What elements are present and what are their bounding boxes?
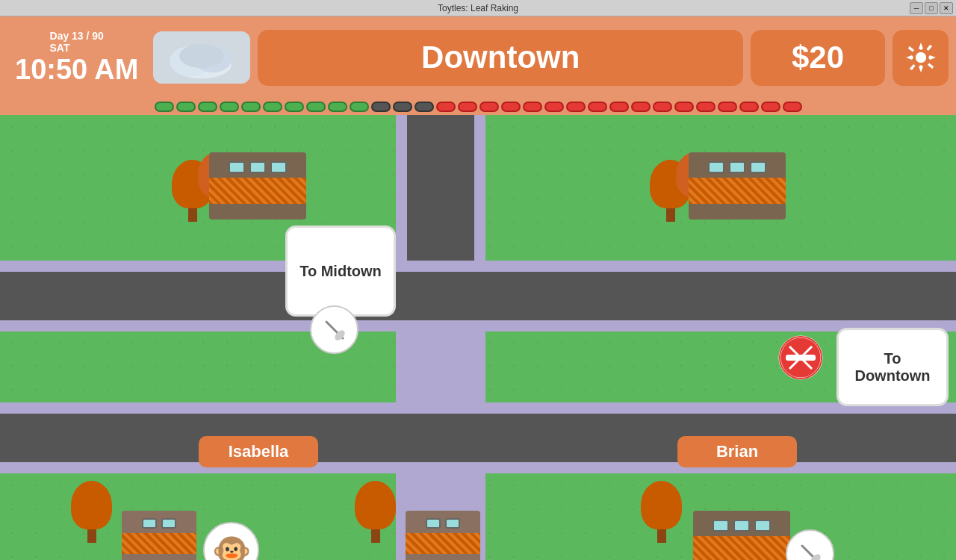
house-window bbox=[754, 520, 771, 532]
gear-icon bbox=[904, 41, 937, 74]
settings-button[interactable] bbox=[893, 30, 949, 86]
progress-pill bbox=[783, 102, 802, 112]
name-label-brian[interactable]: Brian bbox=[677, 436, 797, 467]
road-horizontal-bottom bbox=[0, 414, 956, 462]
progress-pill bbox=[631, 102, 651, 112]
progress-pill bbox=[479, 102, 499, 112]
house-window bbox=[142, 518, 157, 529]
house-mrs-smith bbox=[693, 511, 790, 560]
day-of-week: SAT bbox=[50, 42, 70, 54]
game-world: To Midtown To Downtown bbox=[0, 115, 956, 560]
close-button[interactable]: ✕ bbox=[940, 2, 953, 14]
progress-pill bbox=[436, 102, 456, 112]
progress-pill bbox=[155, 102, 174, 112]
progress-pill bbox=[285, 102, 304, 112]
progress-pill bbox=[241, 102, 261, 112]
house-window bbox=[426, 518, 441, 529]
house-window bbox=[729, 161, 745, 173]
house-marsha bbox=[406, 511, 480, 560]
road-horizontal-main bbox=[0, 272, 956, 320]
progress-strip bbox=[0, 99, 956, 115]
progress-pill bbox=[588, 102, 607, 112]
house-window bbox=[229, 161, 245, 173]
to-midtown-text: To Midtown bbox=[299, 263, 382, 280]
progress-pill bbox=[393, 102, 412, 112]
day-time-box: Day 13 / 90 SAT 10:50 AM bbox=[7, 25, 146, 90]
house-window bbox=[445, 518, 460, 529]
maximize-button[interactable]: □ bbox=[925, 2, 938, 14]
isabella-name: Isabella bbox=[229, 442, 289, 461]
broom-bubble-mrs-smith bbox=[786, 529, 834, 560]
progress-pill bbox=[176, 102, 196, 112]
money-box: $20 bbox=[751, 30, 885, 86]
progress-pill bbox=[761, 102, 780, 112]
window-controls[interactable]: ─ □ ✕ bbox=[910, 2, 953, 14]
progress-pill bbox=[523, 102, 542, 112]
house-window bbox=[733, 520, 750, 532]
house-window bbox=[249, 161, 266, 173]
progress-pill bbox=[371, 102, 391, 112]
progress-pill bbox=[566, 102, 586, 112]
monkey-icon: 🐵 bbox=[212, 532, 251, 560]
progress-pill bbox=[328, 102, 347, 112]
header: Day 13 / 90 SAT 10:50 AM Downtown $20 bbox=[0, 16, 956, 99]
monkey-bubble-alberto: 🐵 bbox=[203, 522, 259, 560]
progress-pill bbox=[696, 102, 716, 112]
tree-5 bbox=[71, 481, 112, 543]
progress-pill bbox=[198, 102, 217, 112]
money-display: $20 bbox=[792, 40, 844, 75]
house-window bbox=[750, 161, 766, 173]
progress-pill bbox=[263, 102, 282, 112]
to-downtown-sign[interactable]: To Downtown bbox=[836, 328, 949, 406]
progress-pill bbox=[544, 102, 564, 112]
progress-pill bbox=[350, 102, 369, 112]
name-label-isabella[interactable]: Isabella bbox=[199, 436, 318, 467]
day-info: Day 13 / 90 SAT bbox=[50, 30, 104, 54]
progress-pill bbox=[220, 102, 239, 112]
progress-pill bbox=[718, 102, 737, 112]
tree-7 bbox=[641, 481, 682, 543]
tree-6 bbox=[355, 481, 396, 543]
house-window bbox=[270, 161, 287, 173]
location-text: Downtown bbox=[421, 40, 580, 75]
house-alberto bbox=[122, 511, 196, 560]
to-downtown-text: To Downtown bbox=[851, 350, 934, 385]
minimize-button[interactable]: ─ bbox=[910, 2, 923, 14]
house-window bbox=[161, 518, 176, 529]
day-counter: Day 13 / 90 bbox=[50, 30, 104, 42]
progress-pill bbox=[458, 102, 477, 112]
progress-pill bbox=[306, 102, 326, 112]
title-bar: Toytles: Leaf Raking ─ □ ✕ bbox=[0, 0, 956, 16]
house-isabella bbox=[209, 152, 306, 220]
weather-icon bbox=[157, 35, 246, 80]
progress-pill bbox=[653, 102, 672, 112]
weather-box bbox=[153, 31, 250, 84]
svg-point-3 bbox=[179, 44, 224, 68]
to-midtown-sign[interactable]: To Midtown bbox=[285, 225, 396, 317]
progress-pill bbox=[609, 102, 629, 112]
house-window bbox=[708, 161, 724, 173]
time-display: 10:50 AM bbox=[15, 54, 138, 86]
broom-bubble-isabella bbox=[310, 305, 358, 354]
brian-name: Brian bbox=[716, 442, 758, 461]
no-entry-sign bbox=[778, 335, 823, 380]
house-brian bbox=[689, 152, 786, 220]
house-window bbox=[713, 520, 729, 532]
progress-pill bbox=[501, 102, 521, 112]
progress-pill bbox=[739, 102, 759, 112]
progress-pill bbox=[674, 102, 694, 112]
broom-icon bbox=[320, 316, 349, 344]
progress-pill bbox=[415, 102, 434, 112]
location-box: Downtown bbox=[258, 30, 743, 86]
broom-icon-2 bbox=[796, 540, 825, 561]
window-title: Toytles: Leaf Raking bbox=[438, 3, 518, 13]
no-entry-icon bbox=[778, 335, 823, 380]
